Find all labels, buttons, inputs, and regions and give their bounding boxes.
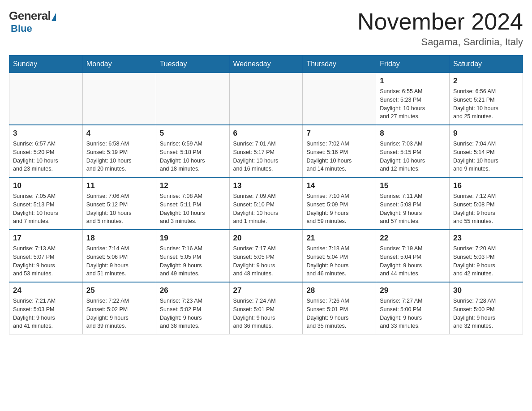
calendar-cell: [229, 73, 303, 125]
page-header: General Blue November 2024 Sagama, Sardi…: [9, 9, 523, 48]
day-number: 5: [160, 129, 226, 138]
calendar-cell: 17Sunrise: 7:13 AMSunset: 5:07 PMDayligh…: [9, 230, 83, 282]
calendar-cell: 8Sunrise: 7:03 AMSunset: 5:15 PMDaylight…: [376, 125, 450, 177]
calendar-header-friday: Friday: [376, 56, 450, 73]
calendar-week-row: 3Sunrise: 6:57 AMSunset: 5:20 PMDaylight…: [9, 125, 523, 177]
day-number: 6: [233, 129, 299, 138]
calendar-cell: 25Sunrise: 7:22 AMSunset: 5:02 PMDayligh…: [82, 282, 156, 334]
day-number: 30: [453, 286, 519, 295]
day-info: Sunrise: 7:14 AMSunset: 5:06 PMDaylight:…: [86, 244, 152, 278]
calendar-cell: [82, 73, 156, 125]
day-number: 3: [13, 129, 79, 138]
day-number: 17: [13, 234, 79, 243]
day-info: Sunrise: 7:18 AMSunset: 5:04 PMDaylight:…: [306, 244, 372, 278]
calendar-cell: 3Sunrise: 6:57 AMSunset: 5:20 PMDaylight…: [9, 125, 83, 177]
calendar-cell: 26Sunrise: 7:23 AMSunset: 5:02 PMDayligh…: [156, 282, 229, 334]
calendar-cell: 28Sunrise: 7:26 AMSunset: 5:01 PMDayligh…: [303, 282, 376, 334]
day-info: Sunrise: 7:04 AMSunset: 5:14 PMDaylight:…: [453, 140, 519, 173]
day-number: 24: [13, 286, 79, 295]
day-info: Sunrise: 7:05 AMSunset: 5:13 PMDaylight:…: [13, 192, 79, 226]
day-number: 25: [86, 286, 152, 295]
day-number: 7: [306, 129, 372, 138]
calendar-cell: 2Sunrise: 6:56 AMSunset: 5:21 PMDaylight…: [450, 73, 523, 125]
day-info: Sunrise: 7:19 AMSunset: 5:04 PMDaylight:…: [380, 244, 446, 278]
calendar-cell: 12Sunrise: 7:08 AMSunset: 5:11 PMDayligh…: [156, 177, 229, 230]
calendar-header-row: SundayMondayTuesdayWednesdayThursdayFrid…: [9, 56, 523, 73]
day-info: Sunrise: 7:23 AMSunset: 5:02 PMDaylight:…: [160, 297, 226, 330]
day-info: Sunrise: 7:21 AMSunset: 5:03 PMDaylight:…: [13, 297, 79, 330]
calendar-cell: 15Sunrise: 7:11 AMSunset: 5:08 PMDayligh…: [376, 177, 450, 230]
day-number: 26: [160, 286, 226, 295]
location: Sagama, Sardinia, Italy: [357, 36, 523, 48]
calendar-cell: 20Sunrise: 7:17 AMSunset: 5:05 PMDayligh…: [229, 230, 303, 282]
day-info: Sunrise: 7:26 AMSunset: 5:01 PMDaylight:…: [306, 297, 372, 330]
day-info: Sunrise: 7:16 AMSunset: 5:05 PMDaylight:…: [160, 244, 226, 278]
day-number: 8: [380, 129, 446, 138]
day-info: Sunrise: 7:09 AMSunset: 5:10 PMDaylight:…: [233, 192, 299, 226]
calendar-cell: 14Sunrise: 7:10 AMSunset: 5:09 PMDayligh…: [303, 177, 376, 230]
calendar-header-wednesday: Wednesday: [229, 56, 303, 73]
day-number: 21: [306, 234, 372, 243]
calendar-header-tuesday: Tuesday: [156, 56, 229, 73]
calendar-cell: 11Sunrise: 7:06 AMSunset: 5:12 PMDayligh…: [82, 177, 156, 230]
calendar-header-saturday: Saturday: [450, 56, 523, 73]
day-number: 1: [380, 77, 446, 86]
logo-blue-text: Blue: [11, 23, 32, 34]
calendar-cell: [156, 73, 229, 125]
day-number: 14: [306, 181, 372, 190]
day-number: 18: [86, 234, 152, 243]
calendar-cell: [9, 73, 83, 125]
calendar-cell: 9Sunrise: 7:04 AMSunset: 5:14 PMDaylight…: [450, 125, 523, 177]
day-info: Sunrise: 7:02 AMSunset: 5:16 PMDaylight:…: [306, 140, 372, 173]
day-number: 9: [453, 129, 519, 138]
calendar-cell: [303, 73, 376, 125]
calendar-cell: 5Sunrise: 6:59 AMSunset: 5:18 PMDaylight…: [156, 125, 229, 177]
calendar-cell: 22Sunrise: 7:19 AMSunset: 5:04 PMDayligh…: [376, 230, 450, 282]
calendar-cell: 21Sunrise: 7:18 AMSunset: 5:04 PMDayligh…: [303, 230, 376, 282]
day-number: 20: [233, 234, 299, 243]
day-info: Sunrise: 7:12 AMSunset: 5:08 PMDaylight:…: [453, 192, 519, 226]
calendar-cell: 13Sunrise: 7:09 AMSunset: 5:10 PMDayligh…: [229, 177, 303, 230]
calendar-header-sunday: Sunday: [9, 56, 83, 73]
calendar-cell: 24Sunrise: 7:21 AMSunset: 5:03 PMDayligh…: [9, 282, 83, 334]
day-number: 23: [453, 234, 519, 243]
day-number: 19: [160, 234, 226, 243]
calendar-cell: 1Sunrise: 6:55 AMSunset: 5:23 PMDaylight…: [376, 73, 450, 125]
day-number: 16: [453, 181, 519, 190]
calendar-cell: 18Sunrise: 7:14 AMSunset: 5:06 PMDayligh…: [82, 230, 156, 282]
day-info: Sunrise: 6:57 AMSunset: 5:20 PMDaylight:…: [13, 140, 79, 173]
calendar-cell: 6Sunrise: 7:01 AMSunset: 5:17 PMDaylight…: [229, 125, 303, 177]
day-number: 27: [233, 286, 299, 295]
calendar-cell: 29Sunrise: 7:27 AMSunset: 5:00 PMDayligh…: [376, 282, 450, 334]
day-info: Sunrise: 7:28 AMSunset: 5:00 PMDaylight:…: [453, 297, 519, 330]
day-info: Sunrise: 7:06 AMSunset: 5:12 PMDaylight:…: [86, 192, 152, 226]
title-block: November 2024 Sagama, Sardinia, Italy: [357, 9, 523, 48]
calendar-cell: 27Sunrise: 7:24 AMSunset: 5:01 PMDayligh…: [229, 282, 303, 334]
day-info: Sunrise: 7:24 AMSunset: 5:01 PMDaylight:…: [233, 297, 299, 330]
day-info: Sunrise: 7:11 AMSunset: 5:08 PMDaylight:…: [380, 192, 446, 226]
day-info: Sunrise: 7:20 AMSunset: 5:03 PMDaylight:…: [453, 244, 519, 278]
month-title: November 2024: [357, 9, 523, 34]
day-info: Sunrise: 7:08 AMSunset: 5:11 PMDaylight:…: [160, 192, 226, 226]
calendar-cell: 19Sunrise: 7:16 AMSunset: 5:05 PMDayligh…: [156, 230, 229, 282]
day-number: 2: [453, 77, 519, 86]
calendar-cell: 23Sunrise: 7:20 AMSunset: 5:03 PMDayligh…: [450, 230, 523, 282]
calendar-week-row: 24Sunrise: 7:21 AMSunset: 5:03 PMDayligh…: [9, 282, 523, 334]
day-info: Sunrise: 7:22 AMSunset: 5:02 PMDaylight:…: [86, 297, 152, 330]
day-info: Sunrise: 6:59 AMSunset: 5:18 PMDaylight:…: [160, 140, 226, 173]
calendar-header-thursday: Thursday: [303, 56, 376, 73]
calendar-table: SundayMondayTuesdayWednesdayThursdayFrid…: [9, 55, 523, 334]
calendar-week-row: 17Sunrise: 7:13 AMSunset: 5:07 PMDayligh…: [9, 230, 523, 282]
day-info: Sunrise: 7:03 AMSunset: 5:15 PMDaylight:…: [380, 140, 446, 173]
day-info: Sunrise: 6:56 AMSunset: 5:21 PMDaylight:…: [453, 87, 519, 121]
day-number: 22: [380, 234, 446, 243]
day-number: 13: [233, 181, 299, 190]
day-number: 12: [160, 181, 226, 190]
calendar-cell: 30Sunrise: 7:28 AMSunset: 5:00 PMDayligh…: [450, 282, 523, 334]
calendar-week-row: 1Sunrise: 6:55 AMSunset: 5:23 PMDaylight…: [9, 73, 523, 125]
calendar-cell: 7Sunrise: 7:02 AMSunset: 5:16 PMDaylight…: [303, 125, 376, 177]
day-number: 10: [13, 181, 79, 190]
logo-general-text: General: [9, 9, 51, 23]
day-number: 11: [86, 181, 152, 190]
day-info: Sunrise: 7:17 AMSunset: 5:05 PMDaylight:…: [233, 244, 299, 278]
